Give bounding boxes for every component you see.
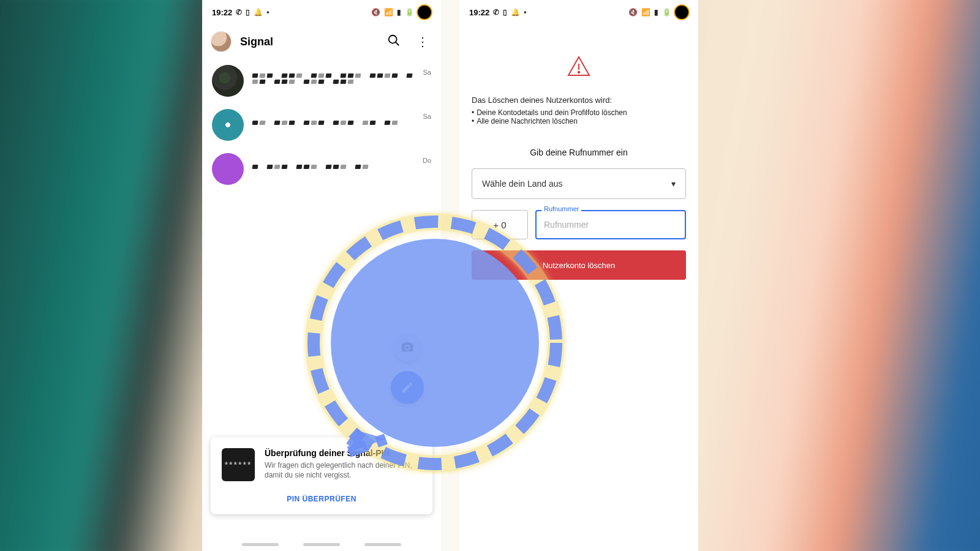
call-icon: ✆ [236,8,242,17]
more-dot-icon: • [266,8,269,17]
profile-dot-icon [675,6,688,19]
chat-time: Sa [423,65,431,76]
bell-icon: 🔔 [254,8,263,17]
signal-icon: ▮ [654,8,658,17]
status-bar: 19:22 ✆ ▯ 🔔 • 🔇 📶 ▮ 🔋 [459,0,698,24]
status-bar: 19:22 ✆ ▯ 🔔 • 🔇 📶 ▮ 🔋 [202,0,441,24]
status-time: 19:22 [212,8,232,17]
mute-icon: 🔇 [628,8,638,17]
pin-masked-icon: ****** [222,448,255,481]
phone-field-label: Rufnummer [541,205,581,212]
phone-gap [441,0,459,551]
enter-number-label: Gib deine Rufnummer ein [459,148,698,157]
more-dot-icon: • [524,8,526,17]
mute-icon: 🔇 [371,8,380,17]
wifi-icon: 📶 [641,8,650,17]
phone-pair: 19:22 ✆ ▯ 🔔 • 🔇 📶 ▮ 🔋 Signal [202,0,698,551]
battery-icon: 🔋 [405,8,414,17]
country-select-label: Wähle dein Land aus [482,179,563,189]
bell-icon: 🔔 [511,8,520,17]
phone-number-input[interactable] [535,210,686,239]
app-title: Signal [240,36,375,48]
profile-dot-icon [418,6,431,19]
pin-verify-button[interactable]: PIN ÜBERPRÜFEN [222,495,421,503]
delete-intro-text: Das Löschen deines Nutzerkontos wird: [459,80,698,108]
chevron-down-icon: ▾ [671,179,676,189]
chat-time: Sa [423,109,431,120]
chat-preview-redacted [252,156,414,178]
svg-point-0 [389,35,397,43]
warning-triangle-icon [567,55,591,80]
chat-avatar [212,109,244,141]
android-nav-hint [202,543,441,546]
chat-preview-redacted [252,111,415,133]
camera-fab[interactable] [393,333,421,361]
pin-verify-card: ****** Überprüfung deiner Signal-PIN Wir… [211,437,432,514]
signal-icon: ▮ [397,8,401,17]
chat-time: Do [423,153,431,164]
app-header: Signal ⋮ [202,24,441,59]
call-icon: ✆ [493,8,499,17]
overflow-menu-icon[interactable]: ⋮ [413,31,432,53]
chat-row[interactable]: Sa [202,59,441,103]
chat-row[interactable]: Sa [202,103,441,147]
chat-row[interactable]: Do [202,147,441,191]
delete-bullets: Deine Kontodetails und dein Profilfoto l… [459,108,698,138]
chat-preview-redacted [252,67,415,89]
svg-point-3 [578,72,579,73]
vibrate-icon: ▯ [503,8,507,17]
delete-account-button[interactable]: Nutzerkonto löschen [472,250,686,280]
svg-line-1 [396,42,399,45]
chat-avatar [212,153,244,185]
phone-right: 19:22 ✆ ▯ 🔔 • 🔇 📶 ▮ 🔋 [459,0,698,551]
pin-card-title: Überprüfung deiner Signal-PIN [265,448,421,458]
pin-card-subtitle: Wir fragen dich gelegentlich nach deiner… [265,460,421,480]
compose-fab[interactable] [391,371,424,404]
country-select[interactable]: Wähle dein Land aus ▾ [472,168,686,199]
delete-bullet: Alle deine Nachrichten löschen [472,117,686,126]
delete-bullet: Deine Kontodetails und dein Profilfoto l… [472,108,686,117]
vibrate-icon: ▯ [246,8,250,17]
chat-avatar [212,65,244,97]
wifi-icon: 📶 [384,8,393,17]
phone-left: 19:22 ✆ ▯ 🔔 • 🔇 📶 ▮ 🔋 Signal [202,0,441,551]
search-icon[interactable] [383,30,404,54]
battery-icon: 🔋 [662,8,671,17]
status-time: 19:22 [469,8,489,17]
country-code-field[interactable]: + 0 [472,210,528,239]
avatar[interactable] [211,31,232,52]
